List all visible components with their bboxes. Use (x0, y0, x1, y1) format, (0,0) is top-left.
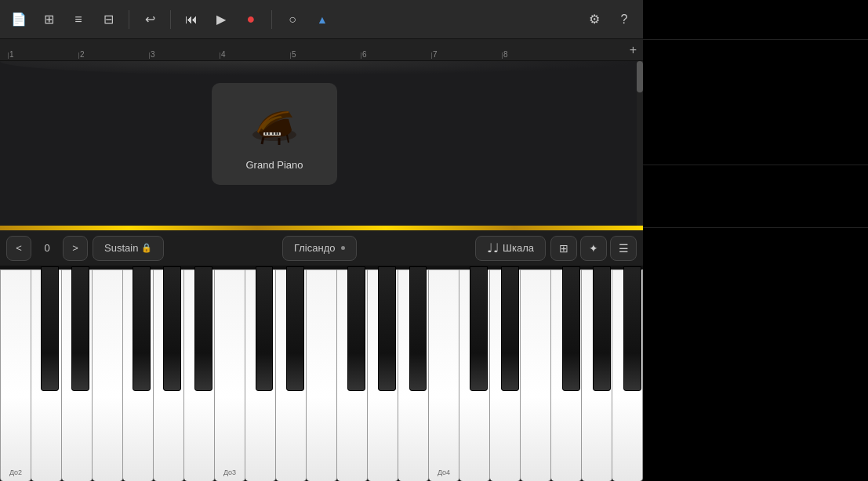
black-key-re4-sharp[interactable] (501, 266, 519, 391)
help-button[interactable]: ? (612, 7, 637, 32)
glissando-button[interactable]: Глісандо (282, 236, 358, 261)
play-button[interactable]: ▶ (209, 7, 234, 32)
black-key-sol3-sharp[interactable] (378, 266, 396, 391)
key-label-do4: До4 (438, 468, 450, 476)
black-key-re3-sharp[interactable] (286, 266, 304, 391)
key-label-do2: До2 (9, 468, 22, 476)
black-key-do2-sharp[interactable] (41, 266, 59, 391)
sustain-button[interactable]: Sustain 🔒 (93, 236, 164, 261)
black-key-re2-sharp[interactable] (71, 266, 89, 391)
black-key-do4-sharp[interactable] (470, 266, 488, 391)
black-key-fa2-sharp[interactable] (133, 266, 151, 391)
black-key-fa3-sharp[interactable] (347, 266, 365, 391)
keyboard-view-button[interactable]: ⊞ (550, 236, 577, 261)
note-icon: ♩♩ (487, 240, 499, 255)
ruler-mark-7: 7 (431, 50, 502, 59)
black-key-fa4-sharp[interactable] (562, 266, 580, 391)
separator-2 (170, 10, 171, 29)
piano-icon (247, 98, 302, 153)
controls-bar: < 0 > Sustain 🔒 Глісандо ♩♩ Шкала ⊞ ✦ ☰ (0, 230, 643, 266)
volume-button[interactable]: ○ (280, 7, 305, 32)
key-fa3[interactable] (307, 269, 337, 481)
scrollbar-thumb[interactable] (637, 61, 643, 92)
ruler-mark-5: 5 (290, 50, 361, 59)
separator-3 (271, 10, 272, 29)
svg-rect-5 (265, 132, 267, 135)
ruler-mark-1: 1 (8, 50, 78, 59)
new-button[interactable]: 📄 (6, 7, 31, 32)
separator-1 (129, 10, 129, 29)
ruler-mark-4: 4 (220, 50, 290, 59)
metronome-button[interactable]: ▲ (310, 7, 335, 32)
key-fa2[interactable] (93, 269, 123, 481)
prev-octave-button[interactable]: < (6, 236, 31, 261)
key-do2[interactable]: До2 (0, 269, 31, 481)
lock-icon: 🔒 (141, 243, 152, 253)
ruler-mark-6: 6 (361, 50, 431, 59)
piano-keyboard[interactable]: До2 До3 До4 (0, 269, 643, 481)
black-key-sol4-sharp[interactable] (593, 266, 611, 391)
svg-rect-7 (272, 132, 274, 135)
key-label-do3: До3 (223, 468, 236, 476)
record-button[interactable]: ● (238, 7, 263, 32)
svg-line-1 (262, 137, 263, 144)
black-key-sol2-sharp[interactable] (163, 266, 181, 391)
timeline-ruler: 1 2 3 4 5 6 7 8 + (0, 39, 643, 61)
sidebar-right (643, 0, 868, 481)
black-key-la4-sharp[interactable] (623, 266, 641, 391)
key-do4[interactable]: До4 (429, 269, 459, 481)
undo-button[interactable]: ↩ (137, 7, 162, 32)
view-icons: ⊞ ✦ ☰ (550, 236, 637, 261)
ruler-mark-8: 8 (502, 50, 572, 59)
ruler-mark-3: 3 (149, 50, 220, 59)
menu-button[interactable]: ☰ (610, 236, 637, 261)
toolbar: 📄 ⊞ ≡ ⊟ ↩ ⏮ ▶ ● ○ ▲ ⚙ ? (0, 0, 643, 39)
grand-piano-card[interactable]: Grand Piano (212, 83, 337, 185)
piano-name-label: Grand Piano (246, 159, 303, 171)
vertical-scrollbar[interactable] (637, 61, 643, 226)
track-area: Grand Piano (0, 61, 643, 226)
mixer-button[interactable]: ⊟ (96, 7, 121, 32)
add-track-button[interactable]: + (630, 43, 637, 57)
keyboard-area: До2 До3 До4 (0, 266, 643, 481)
panels-button[interactable]: ⊞ (36, 7, 61, 32)
black-key-la2-sharp[interactable] (194, 266, 212, 391)
svg-rect-8 (275, 132, 277, 135)
tracks-button[interactable]: ≡ (66, 7, 91, 32)
glissando-dot (341, 246, 345, 250)
key-fa4[interactable] (521, 269, 551, 481)
black-key-la3-sharp[interactable] (409, 266, 427, 391)
chord-button[interactable]: ✦ (580, 236, 607, 261)
key-do3[interactable]: До3 (215, 269, 245, 481)
svg-rect-6 (268, 132, 270, 135)
piano-illustration (249, 102, 300, 149)
svg-rect-9 (278, 132, 279, 135)
next-octave-button[interactable]: > (63, 236, 88, 261)
settings-button[interactable]: ⚙ (582, 7, 607, 32)
octave-value: 0 (36, 242, 58, 254)
ruler-marks: 1 2 3 4 5 6 7 8 (0, 50, 643, 59)
scale-button[interactable]: ♩♩ Шкала (475, 236, 546, 261)
ruler-mark-2: 2 (78, 50, 149, 59)
black-key-do3-sharp[interactable] (256, 266, 274, 391)
rewind-button[interactable]: ⏮ (179, 7, 204, 32)
